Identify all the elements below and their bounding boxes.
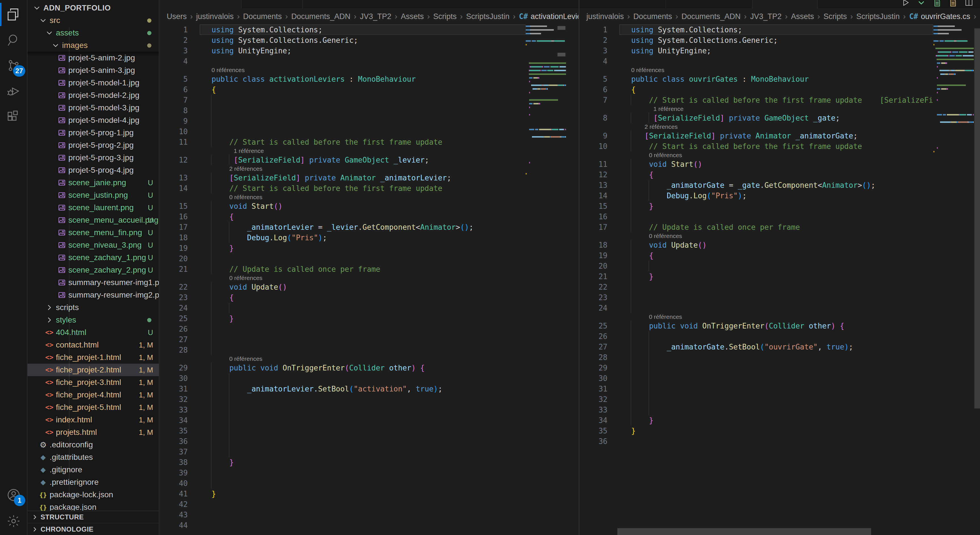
tree-item-summary-resumer-img2-png[interactable]: summary-resumer-img2.png	[27, 289, 159, 301]
tree-item-src[interactable]: src	[27, 14, 159, 27]
arrow-down-icon[interactable]	[917, 0, 926, 8]
horizontal-scrollbar[interactable]	[617, 528, 871, 535]
breadcrumb-file[interactable]: activationLeviers.cs	[531, 12, 579, 21]
tree-item-fiche-projet-2-html[interactable]: <>fiche_projet-2.html1, M	[27, 364, 159, 376]
breadcrumb-item[interactable]: justinvalois	[586, 12, 624, 21]
tree-item-package-lock-json[interactable]: {}package-lock.json	[27, 489, 159, 501]
codelens-row[interactable]: 0 références	[160, 355, 526, 363]
tree-item-styles[interactable]: styles	[27, 314, 159, 326]
split-editor-icon[interactable]	[965, 0, 973, 8]
tab-blank[interactable]	[242, 0, 303, 8]
tree-item-projets-html[interactable]: <>projets.html1, M	[27, 426, 159, 439]
codelens-row[interactable]: 1 référence	[580, 105, 933, 113]
tree-item-projet-5-prog-3-jpg[interactable]: projet-5-prog-3.jpg	[27, 151, 159, 164]
breadcrumb[interactable]: justinvalois›Documents›Documents_ADN›JV3…	[580, 8, 980, 24]
source-control-icon[interactable]: 27	[0, 53, 27, 78]
code-text: // Start is called before the first fram…	[200, 183, 526, 193]
breadcrumb-item[interactable]: justinvalois	[196, 12, 234, 21]
breadcrumb-file[interactable]: ouvrirGates.cs	[921, 12, 970, 21]
tree-item-scene-menu-fin-png[interactable]: scene_menu_fin.pngU	[27, 226, 159, 239]
tree-item-assets[interactable]: assets	[27, 27, 159, 39]
tree-item-projet-5-prog-1-jpg[interactable]: projet-5-prog-1.jpg	[27, 126, 159, 139]
run-debug-icon[interactable]	[0, 78, 27, 104]
codelens-row[interactable]: 0 références	[580, 232, 933, 240]
editor-pane-2[interactable]: fiche_projet-3.html×fiche_projet-2.html×…	[580, 0, 980, 535]
account-icon[interactable]: 1	[0, 482, 27, 508]
tree-item-scene-justin-png[interactable]: scene_justin.pngU	[27, 189, 159, 201]
tree-item-projet-5-anim-3-jpg[interactable]: projet-5-anim-3.jpg	[27, 64, 159, 76]
extensions-icon[interactable]	[0, 104, 27, 129]
tab-fiche_projet-3.html[interactable]: fiche_projet-3.html×	[580, 0, 666, 8]
codelens-row[interactable]: 0 références	[160, 193, 526, 201]
tree-item-scene-menu-accueil-png[interactable]: scene_menu_accueil.pngU	[27, 214, 159, 226]
tree-item-scene-niveau-3-png[interactable]: scene_niveau_3.pngU	[27, 239, 159, 252]
tree-item-index-html[interactable]: <>index.html1, M	[27, 414, 159, 426]
vertical-scrollbar[interactable]	[974, 29, 980, 409]
tree-item-projet-5-model-1-jpg[interactable]: projet-5-model-1.jpg	[27, 76, 159, 89]
codelens-row[interactable]: 1 référence	[160, 147, 526, 154]
breadcrumb-item[interactable]: Users	[167, 12, 187, 21]
tree-item-projet-5-prog-2-jpg[interactable]: projet-5-prog-2.jpg	[27, 139, 159, 151]
tree-item-projet-5-anim-2-jpg[interactable]: projet-5-anim-2.jpg	[27, 52, 159, 64]
breadcrumb-item[interactable]: Documents	[633, 12, 672, 21]
tree-item--gitattributes[interactable]: ◆.gitattributes	[27, 451, 159, 463]
search-icon[interactable]	[0, 27, 27, 53]
code-area[interactable]: 1using System.Collections;2using System.…	[580, 24, 933, 535]
minimap[interactable]	[934, 24, 974, 252]
tree-item-package-json[interactable]: {}package.json	[27, 501, 159, 511]
tree-item-scene-laurent-png[interactable]: scene_laurent.pngU	[27, 201, 159, 214]
run-icon[interactable]	[901, 0, 910, 8]
tree-item-fiche-projet-3-html[interactable]: <>fiche_projet-3.html1, M	[27, 376, 159, 389]
tree-item-images[interactable]: images	[27, 39, 159, 52]
minimap[interactable]	[526, 24, 566, 252]
breadcrumb-item[interactable]: JV3_TP2	[360, 12, 391, 21]
file-orange-icon[interactable]	[949, 0, 957, 8]
settings-gear-icon[interactable]	[0, 508, 27, 534]
breadcrumb-item[interactable]: Documents	[243, 12, 282, 21]
tree-item-projet-5-prog-4-jpg[interactable]: projet-5-prog-4.jpg	[27, 164, 159, 177]
breadcrumb-item[interactable]: Assets	[401, 12, 424, 21]
tree-item-summary-resumer-img1-png[interactable]: summary-resumer-img1.png	[27, 276, 159, 289]
breadcrumb-item[interactable]: Documents_ADN	[291, 12, 350, 21]
files-icon[interactable]	[0, 2, 27, 27]
tree-item-scripts[interactable]: scripts	[27, 301, 159, 314]
tree-item-projet-5-model-3-jpg[interactable]: projet-5-model-3.jpg	[27, 102, 159, 114]
tree-item-scene-janie-png[interactable]: scene_janie.pngU	[27, 177, 159, 189]
editor-pane-1[interactable]: activationLeviers.cs Users›justinvalois›…	[160, 0, 579, 535]
breadcrumb-item[interactable]: Documents_ADN	[681, 12, 741, 21]
codelens-row[interactable]: 0 références	[160, 274, 526, 282]
section-chronologie[interactable]: CHRONOLOGIE	[27, 523, 159, 535]
tab-ouvrirGates.cs[interactable]: ouvrirGates.cs	[752, 0, 818, 8]
codelens-row[interactable]: 2 références	[580, 123, 933, 131]
tree-item-fiche-projet-4-html[interactable]: <>fiche_projet-4.html1, M	[27, 389, 159, 401]
section-structure[interactable]: STRUCTURE	[27, 511, 159, 523]
tree-item-fiche-projet-1-html[interactable]: <>fiche_projet-1.html1, M	[27, 351, 159, 364]
breadcrumb-item[interactable]: Scripts	[433, 12, 457, 21]
tree-item-adn-portfolio[interactable]: ADN_PORTFOLIO	[27, 2, 159, 14]
tree-item-scene-zachary-2-png[interactable]: scene_zachary_2.pngU	[27, 264, 159, 276]
breadcrumb-item[interactable]: Assets	[791, 12, 814, 21]
codelens-row[interactable]: 2 références	[160, 165, 526, 172]
tree-item-contact-html[interactable]: <>contact.html1, M	[27, 339, 159, 351]
codelens-row[interactable]: 0 références	[580, 313, 933, 320]
file-green-icon[interactable]	[933, 0, 942, 8]
code-area[interactable]: 1using System.Collections;2using System.…	[160, 24, 526, 535]
codelens-row[interactable]: 0 références	[580, 66, 933, 74]
tree-item-scene-zachary-1-png[interactable]: scene_zachary_1.pngU	[27, 252, 159, 264]
tab-fiche_projet-2.html[interactable]: fiche_projet-2.html×	[666, 0, 752, 8]
tree-item-404-html[interactable]: <>404.htmlU	[27, 326, 159, 339]
breadcrumb-item[interactable]: Scripts	[824, 12, 847, 21]
tab-activationLeviers.cs[interactable]: activationLeviers.cs	[160, 0, 242, 8]
tree-item-projet-5-model-2-jpg[interactable]: projet-5-model-2.jpg	[27, 89, 159, 102]
breadcrumb-item[interactable]: ScriptsJustin	[856, 12, 900, 21]
tree-item--prettierignore[interactable]: ◆.prettierignore	[27, 476, 159, 489]
tree-item--gitignore[interactable]: ◆.gitignore	[27, 463, 159, 476]
breadcrumb-item[interactable]: JV3_TP2	[750, 12, 781, 21]
breadcrumb-item[interactable]: ScriptsJustin	[466, 12, 509, 21]
codelens-row[interactable]: 0 références	[160, 66, 526, 74]
tree-item-projet-5-model-4-jpg[interactable]: projet-5-model-4.jpg	[27, 114, 159, 126]
breadcrumb[interactable]: Users›justinvalois›Documents›Documents_A…	[160, 8, 579, 24]
codelens-row[interactable]: 0 références	[580, 151, 933, 159]
tree-item--editorconfig[interactable]: ⚙.editorconfig	[27, 439, 159, 451]
tree-item-fiche-projet-5-html[interactable]: <>fiche_projet-5.html1, M	[27, 401, 159, 414]
